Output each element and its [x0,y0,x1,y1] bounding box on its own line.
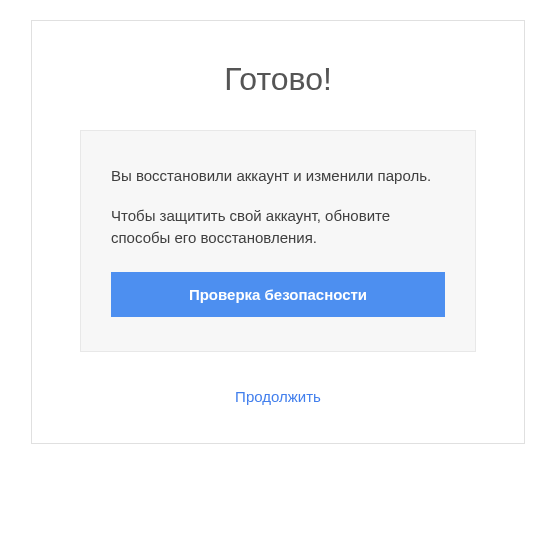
page-title: Готово! [224,61,332,98]
dialog-container: Готово! Вы восстановили аккаунт и измени… [31,20,525,444]
continue-link[interactable]: Продолжить [235,388,321,405]
security-prompt-message: Чтобы защитить свой аккаунт, обновите сп… [111,205,445,249]
recovery-message: Вы восстановили аккаунт и изменили парол… [111,165,445,187]
security-check-button[interactable]: Проверка безопасности [111,272,445,317]
info-card: Вы восстановили аккаунт и изменили парол… [80,130,476,352]
